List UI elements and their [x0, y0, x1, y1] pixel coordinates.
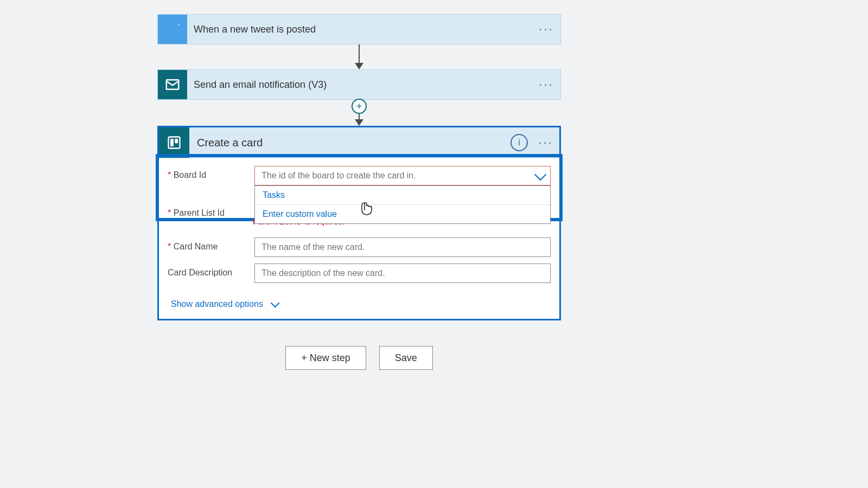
field-carddesc-label-text: Card Description: [168, 268, 232, 277]
field-cardname-row: * Card Name The name of the new card.: [168, 237, 551, 257]
field-boardid-dropdown-btn[interactable]: [528, 166, 550, 185]
twitter-icon: [158, 15, 187, 44]
field-parentlist-label: * Parent List Id: [168, 204, 254, 218]
connector-2: +: [157, 100, 561, 126]
show-advanced-text: Show advanced options: [171, 299, 263, 309]
save-button[interactable]: Save: [379, 346, 433, 370]
field-carddesc-label: Card Description: [168, 264, 254, 278]
boardid-dropdown: Tasks Enter custom value: [254, 185, 551, 224]
field-boardid-label-text: Board Id: [174, 170, 206, 179]
add-step-inline[interactable]: +: [352, 99, 367, 114]
flow-container: When a new tweet is posted ··· Send an e…: [157, 14, 561, 320]
field-boardid-input[interactable]: The id of the board to create the card i…: [254, 166, 551, 185]
boardid-option-custom[interactable]: Enter custom value: [255, 205, 550, 223]
connector-1: [157, 44, 561, 69]
step-twitter-more[interactable]: ···: [535, 18, 557, 40]
new-step-button[interactable]: + New step: [285, 346, 366, 370]
field-cardname-placeholder: The name of the new card.: [261, 242, 365, 252]
svg-rect-3: [175, 139, 178, 143]
card-more[interactable]: ···: [538, 132, 554, 153]
boardid-option-tasks[interactable]: Tasks: [255, 186, 550, 205]
card-info-icon[interactable]: i: [510, 134, 528, 151]
card-body: * Board Id The id of the board to create…: [159, 158, 559, 319]
step-mail-title: Send an email notification (V3): [187, 79, 535, 91]
mail-icon: [158, 70, 187, 99]
field-boardid-row: * Board Id The id of the board to create…: [168, 166, 551, 185]
field-cardname-label-text: Card Name: [174, 242, 218, 251]
chevron-down-icon: [271, 298, 280, 307]
step-mail-more[interactable]: ···: [535, 74, 557, 95]
field-boardid-placeholder: The id of the board to create the card i…: [261, 171, 416, 181]
step-twitter-title: When a new tweet is posted: [187, 24, 535, 35]
canvas: When a new tweet is posted ··· Send an e…: [0, 0, 868, 488]
chevron-down-icon: [534, 169, 547, 181]
field-carddesc-row: Card Description The description of the …: [168, 264, 551, 283]
field-boardid-label: * Board Id: [168, 166, 254, 180]
required-star: *: [168, 208, 171, 217]
field-cardname-input[interactable]: The name of the new card.: [254, 237, 551, 257]
footer-buttons: + New step Save: [157, 346, 561, 370]
field-cardname-label: * Card Name: [168, 237, 254, 252]
field-carddesc-input[interactable]: The description of the new card.: [254, 264, 551, 283]
required-star: *: [168, 170, 171, 179]
card-header[interactable]: Create a card i ···: [159, 127, 559, 158]
show-advanced-link[interactable]: Show advanced options: [171, 299, 277, 309]
trello-icon: [159, 127, 189, 158]
required-star: *: [168, 242, 171, 251]
card-title: Create a card: [189, 137, 510, 149]
card-create: Create a card i ··· * Board Id The id of…: [157, 126, 561, 320]
field-parentlist-label-text: Parent List Id: [174, 208, 225, 217]
step-mail[interactable]: Send an email notification (V3) ···: [157, 69, 561, 100]
field-carddesc-placeholder: The description of the new card.: [261, 268, 385, 278]
svg-rect-1: [169, 137, 180, 149]
step-twitter[interactable]: When a new tweet is posted ···: [157, 14, 561, 44]
svg-rect-2: [170, 139, 174, 146]
